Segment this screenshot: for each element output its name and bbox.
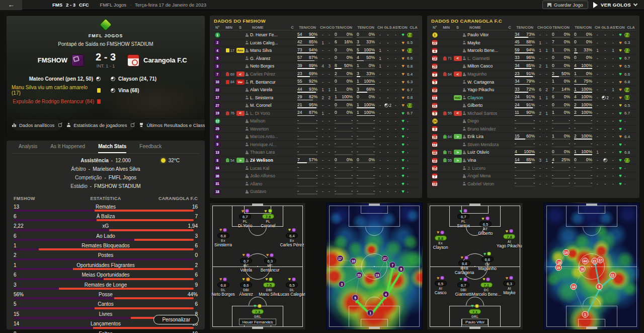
player-row[interactable]: 6Marcos Anto...-----------♥- (212, 132, 420, 141)
heatmap-player-node[interactable]: 8 (398, 265, 405, 272)
player-row[interactable]: 3Neto Borges3989%43850%10%1--♥6.8 (212, 62, 420, 70)
top-bar: ← FMS 2 - 3 CFC FMFL Jogos · Terça-feira… (0, 0, 644, 10)
player-row[interactable]: 4471>Luiz Otávio4100%--00%1100%1--♥6.8 (430, 148, 637, 156)
player-node[interactable]: ♥7,9PLCoronel (248, 209, 288, 228)
player-row[interactable]: 34Lucas Kal-----------♥- (212, 164, 420, 172)
heatmap-player-node[interactable]: 4 (382, 291, 389, 297)
player-row[interactable]: 18Gustavo-----------♥- (212, 187, 420, 195)
back-button[interactable]: ← (0, 0, 22, 10)
heatmap-player-node[interactable]: 5 (352, 295, 359, 301)
rating-cell: - (407, 173, 420, 179)
away-team-name[interactable]: Carangola F.C (143, 56, 187, 64)
breadcrumb-competition[interactable]: FMFL Jogos (100, 2, 126, 8)
morale-face-icon (440, 230, 444, 234)
heatmap-player-node[interactable]: 19 (374, 272, 380, 279)
player-node[interactable]: ♥7,3GRLHeuer Fernandes (237, 303, 278, 325)
heatmap-player-node[interactable]: 16 (579, 265, 586, 272)
heatmap-player-node[interactable]: 3 (339, 281, 345, 287)
tab-match-stats[interactable]: Match Stats (98, 144, 126, 153)
tab-as-it-happened[interactable]: As It Happened (50, 144, 85, 153)
heatmap-player-node[interactable]: 19 (555, 264, 561, 271)
player-row[interactable]: 19Gabriel Veron-----------♥- (430, 179, 637, 187)
player-row[interactable]: 2Lucas Caleg...4285%1-616%333%---♥6.5 (212, 39, 420, 47)
tab-feedback[interactable]: Feedback (139, 144, 162, 153)
heatmap-player-node[interactable]: 1 (582, 311, 588, 317)
heatmap-player-node[interactable]: 23 (356, 272, 362, 279)
player-row[interactable]: 1D. Heuer Fe...5490%--00%00%---♥7.3 (212, 31, 420, 39)
player-row[interactable]: 1471<L. Giannetti3396%--00%00%---♥6.7 (430, 54, 637, 62)
player-row[interactable]: 4Marcelo Bene...5994%1110%333%1-1♥7.1 (430, 46, 637, 54)
player-row[interactable]: 5W. Cartagena3479%--10%475%---♥6.8 (430, 78, 637, 86)
heatmap-player-node[interactable]: 10 (570, 283, 577, 290)
player-row[interactable]: 17L. Sinisterra2982%221100%00%---♥6.8 (212, 93, 420, 101)
player-row[interactable]: 24Diego-----------♥- (430, 117, 637, 125)
player-row[interactable]: 7Ángel Mena-----------♥- (430, 172, 637, 180)
player-row[interactable]: 17Stiven Mendoza-----------♥- (430, 141, 637, 149)
chevron-down-icon[interactable] (633, 2, 637, 6)
save-game-button[interactable]: Guardar Jogo (542, 1, 588, 9)
heatmap-player-node[interactable]: 44 (582, 258, 588, 264)
tab-analysis[interactable]: Analysis (19, 144, 37, 153)
trophy-button[interactable]: Últimos Resultados e Classificação (138, 119, 205, 131)
stat-home-value: 14 (14, 321, 44, 326)
player-row[interactable]: 769<Carles Pérez2369%--20%333%---♥6.4 (212, 70, 420, 78)
player-node[interactable]: ♥8,8ExClayson (427, 230, 461, 249)
heatmap-player-node[interactable]: 5 (596, 283, 603, 290)
rating-cell: - (407, 118, 420, 124)
player-row[interactable]: 2664>Erik Lira1560%--10%2100%---♥6.4 (430, 132, 637, 141)
player-row[interactable]: 5G. Álvarez5787%--00%450%1--♥6.6 (212, 54, 420, 62)
home-team-name[interactable]: FMSHOW (38, 56, 67, 64)
heatmap-player-node[interactable]: 17 (337, 255, 343, 262)
rating-badge: 6.7 (624, 111, 630, 115)
player-row[interactable]: 29Milton Casco3485%2100%4100%---♥6.5 (430, 62, 637, 70)
player-row[interactable]: 13Thauan Lara-----------♥- (212, 148, 420, 156)
stat-bar-away (93, 327, 194, 329)
player-row[interactable]: 9Henrique Al...-----------♥- (212, 141, 420, 149)
player-node[interactable]: ♥7,1GRLPaulo Vitor (455, 303, 495, 325)
heatmap-player-node[interactable]: 7 (389, 261, 396, 268)
player-row[interactable]: 11HdJClayson2491%1160%4100%-2-♥8.8 (430, 93, 637, 101)
ocg-cell: - (543, 56, 550, 61)
heatmap-player-node[interactable]: 27 (381, 255, 388, 262)
player-node[interactable]: ♥6,5DLLucas Calegari (272, 277, 306, 296)
player-node[interactable]: ♥6,8ExSinisterra (209, 227, 244, 247)
player-row[interactable]: 417AmrManu Silva7394%--00%5100%1--♥7.3 (212, 46, 420, 54)
player-row[interactable]: 27M. Coronel2195%--00%1100%-2-♥7.9 (212, 101, 420, 109)
person-button[interactable]: Estatísticas de jogadores (66, 119, 135, 131)
player-node[interactable]: ♥7,8AIYago Pikachu (489, 229, 523, 248)
player-icon (245, 143, 249, 146)
player-row[interactable]: 22Alan Varela4493%1110%366%---♥6.7 (212, 86, 420, 94)
player-row[interactable]: 1Paulo Vitor3473%--00%00%---♥7.1 (430, 31, 637, 39)
player-row[interactable]: 1084VerR. Bentancur5592%--00%1100%---♥6.… (212, 78, 420, 86)
player-row[interactable]: 25Weverton-----------♥- (212, 125, 420, 133)
player-node[interactable]: ♥6,3AIMayke (489, 276, 523, 295)
heatmap-player-node[interactable]: 17 (597, 256, 604, 263)
shirt-icon: 13 (214, 150, 220, 155)
heatmap-player-node[interactable]: 11 (609, 272, 616, 279)
player-row[interactable]: 854>Zé Welison757%--00%00%---♥- (212, 156, 420, 164)
player-row[interactable]: 36João Alfonso-----------♥- (212, 172, 420, 180)
view-goals-button[interactable]: VER GOLOS (593, 2, 637, 8)
mini-scoreline[interactable]: FMS 2 - 3 CFC (52, 2, 89, 8)
player-row[interactable]: 35J. Lucero-----------♥- (430, 164, 637, 172)
heatmap-player-node[interactable]: 1 (367, 310, 374, 316)
player-node[interactable]: ♥6,6OVMaguinho (467, 251, 508, 271)
minute: 64 (448, 135, 452, 139)
player-row[interactable]: 1976<L. Di Yorio2487%1-00%1100%---♥6.7 (212, 109, 420, 117)
player-node[interactable]: ♥6,3MCBentancur (250, 252, 290, 272)
player-row[interactable]: 955<Michael Santos1190%2110%2100%---♥6.7 (430, 109, 637, 117)
player-row[interactable]: 21Gilberto2491%--00%2100%---♥6.5 (430, 101, 637, 109)
player-row[interactable]: 22Mayke4588%1-70%00%---♥6.3 (430, 39, 637, 47)
col-header: OCG (326, 25, 333, 30)
player-row[interactable]: 3Bruno Méndez-----------♥- (430, 125, 637, 133)
player-node[interactable]: ♥6,4ExCarles Pérez (272, 227, 306, 247)
player-row[interactable]: 264<Maguinho2391%--250%10%---♥6.6 (430, 70, 637, 78)
player-row[interactable]: 1055>Vina1485%31425%00%--♥7.7 (430, 156, 637, 164)
player-row[interactable]: 12Maílson-----------♥- (212, 117, 420, 125)
chart-button[interactable]: Dados analíticos (12, 119, 62, 131)
player-row[interactable]: 30Yago Pikachu3372%62714%1100%--1♥7.8 (430, 86, 637, 94)
customize-button[interactable]: Personalizar (153, 315, 199, 324)
heatmap-player-node[interactable]: 14 (562, 249, 569, 255)
heatmap-player-node[interactable]: 10 (350, 258, 357, 264)
player-row[interactable]: 31Allano-----------♥- (212, 179, 420, 187)
